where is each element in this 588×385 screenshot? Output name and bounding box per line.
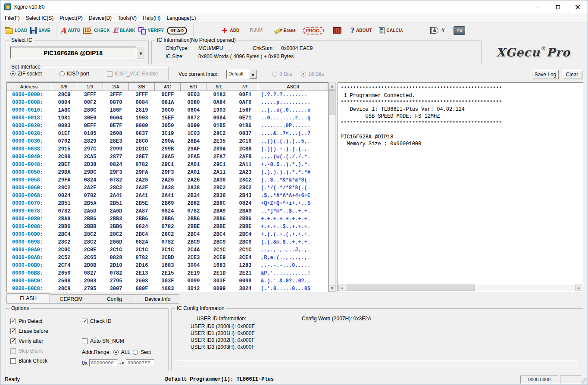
toolbar-read-button[interactable]: READ [167,27,187,34]
hex-word-cell[interactable]: 2D10 [103,262,129,269]
hex-word-cell[interactable]: 29FA [51,176,77,184]
clear-log-button[interactable]: Clear [562,70,582,79]
hex-word-cell[interactable]: 0782 [155,223,181,231]
hex-word-cell[interactable]: 2877 [103,153,129,161]
menu-item-device-d[interactable]: Device(D) [86,13,115,22]
menu-item-select-ic-s[interactable]: Select IC(S) [23,13,57,22]
hex-word-cell[interactable]: 2BB6 [51,223,77,231]
toolbar-add-button[interactable]: +ADD [221,27,239,34]
hex-word-cell[interactable]: 28E7 [129,153,155,161]
hex-word-cell[interactable]: 1903 [206,106,232,114]
hex-word-cell[interactable]: 28C2 [77,231,103,238]
hex-word-cell[interactable]: 0782 [77,192,103,200]
pin-detect-label[interactable]: Pin Detect [19,318,42,324]
hex-word-cell[interactable]: 2C80 [51,153,77,161]
hex-word-cell[interactable]: 2D0B [77,262,103,269]
hex-word-cell[interactable]: 2B51 [103,200,129,207]
hex-word-cell[interactable]: 2795 [103,277,129,285]
hex-word-cell[interactable]: 0099 [181,277,206,285]
addr-range-start-input[interactable] [89,359,118,366]
hex-word-cell[interactable]: 1683 [206,262,232,269]
hex-word-cell[interactable]: 29C1 [155,161,181,169]
hex-word-cell[interactable]: 2E1D [206,269,232,277]
hex-word-cell[interactable]: 009F [129,285,155,292]
auto-sn-checkbox[interactable] [82,338,88,344]
hex-word-cell[interactable]: 2A38 [181,184,206,192]
hex-word-cell[interactable]: 2608 [103,130,129,138]
verify-after-label[interactable]: Verify after [19,338,43,344]
blank-check-option[interactable]: Blank Check [10,358,47,364]
hex-word-cell[interactable]: 2BB6 [129,215,155,223]
hex-word-cell[interactable]: 0828 [103,254,129,262]
hex-word-cell[interactable]: 081A [155,99,181,106]
toolbar-calcu-button[interactable]: CALCU. [379,27,403,34]
hex-word-cell[interactable]: 1903 [129,114,155,122]
hex-word-cell[interactable]: 2CBB [232,145,258,153]
hex-word-cell[interactable]: 2A41 [129,192,155,200]
hex-word-cell[interactable]: 0EFF [77,122,103,130]
hex-word-cell[interactable]: 2829 [77,138,103,145]
hex-word-cell[interactable]: 2A26 [181,176,206,184]
hex-word-cell[interactable]: 2C1C [155,246,181,254]
hex-word-cell[interactable]: 2650 [51,269,77,277]
hex-word-cell[interactable]: 2BC4 [206,231,232,238]
hex-word-cell[interactable]: 28C2 [232,176,258,184]
hex-word-cell[interactable]: 290A [155,138,181,145]
hex-word-cell[interactable]: 1683 [155,262,181,269]
hex-word-cell[interactable]: 3C19 [155,130,181,138]
hex-word-cell[interactable]: 2A41 [155,192,181,200]
erase-before-checkbox[interactable] [10,329,16,334]
app-icon[interactable] [4,3,11,10]
hex-word-cell[interactable]: 2A23 [232,169,258,176]
hex-word-cell[interactable]: 156F [232,106,258,114]
hex-ascii-cell[interactable]: ).)|).-.).).(.,. [258,145,328,153]
hex-word-cell[interactable]: 297C [77,145,103,153]
hex-word-cell[interactable]: 28C2 [206,184,232,192]
tab-eeprom[interactable]: EEPROM [50,294,93,304]
hex-word-cell[interactable]: 2C1C [206,246,232,254]
hex-word-cell[interactable]: 2A11 [206,169,232,176]
ic-combobox-value[interactable]: PIC16F628A @DIP18 [10,47,136,59]
zif-socket-label[interactable]: ZIF socket [18,71,42,77]
save-log-button[interactable]: Save Log [532,70,559,79]
hex-word-cell[interactable]: 2999 [103,145,129,153]
hex-word-cell[interactable]: 29FA [129,169,155,176]
ic-combobox-dropdown-button[interactable] [136,47,145,59]
hex-word-cell[interactable]: 2915 [51,145,77,153]
hex-word-cell[interactable]: 2BB6 [232,215,258,223]
hex-word-cell[interactable]: 01EF [51,130,77,138]
hex-word-cell[interactable]: 2BC9 [232,238,258,246]
hex-word-cell[interactable]: 2A2F [129,184,155,192]
icsp-port-option[interactable]: ICSP port [59,71,89,77]
hex-word-cell[interactable]: 3004 [181,262,206,269]
hex-word-cell[interactable]: 0A84 [206,99,232,106]
hex-word-cell[interactable]: 1A8C [51,106,77,114]
hex-word-cell[interactable]: 2B8C [206,200,232,207]
hex-word-cell[interactable]: 0E03 [181,91,206,99]
hex-word-cell[interactable]: 2B5E [129,200,155,207]
hex-word-cell[interactable]: 2608 [51,277,77,285]
addr-range-all-label[interactable]: ALL [121,349,130,355]
menu-item-help-h[interactable]: Help(H) [140,13,163,22]
toolbar-auto-button[interactable]: AAUTO [60,27,80,34]
hex-word-cell[interactable]: 2BC4 [232,231,258,238]
hex-word-cell[interactable]: 0782 [155,238,181,246]
hex-word-cell[interactable]: 2B34 [181,192,206,200]
hex-word-cell[interactable]: 2A38 [155,184,181,192]
hex-word-cell[interactable]: 2D16 [129,262,155,269]
minimize-button[interactable] [528,0,548,13]
hex-word-cell[interactable]: 266D [103,238,129,246]
hex-word-cell[interactable]: 01B5 [206,122,232,130]
hex-word-cell[interactable]: 2BC4 [51,231,77,238]
vcc-current-combobox[interactable]: Default [226,70,256,79]
addr-range-sect-label[interactable]: Sect [141,349,151,355]
hex-word-cell[interactable]: 2A38 [206,176,232,184]
hex-word-cell[interactable]: 0084 [129,99,155,106]
hex-ascii-cell[interactable]: ..(..o(.0......o [258,106,328,114]
hex-word-cell[interactable]: 0CFF [155,91,181,99]
hex-word-cell[interactable]: 2BB6 [77,215,103,223]
hex-word-cell[interactable]: 0084 [206,114,232,122]
hex-word-cell[interactable]: 2B36 [206,192,232,200]
hex-ascii-cell[interactable]: +Q+Z+Q+^+i+.+..$ [258,200,328,207]
hex-word-cell[interactable]: 28E3 [103,138,129,145]
